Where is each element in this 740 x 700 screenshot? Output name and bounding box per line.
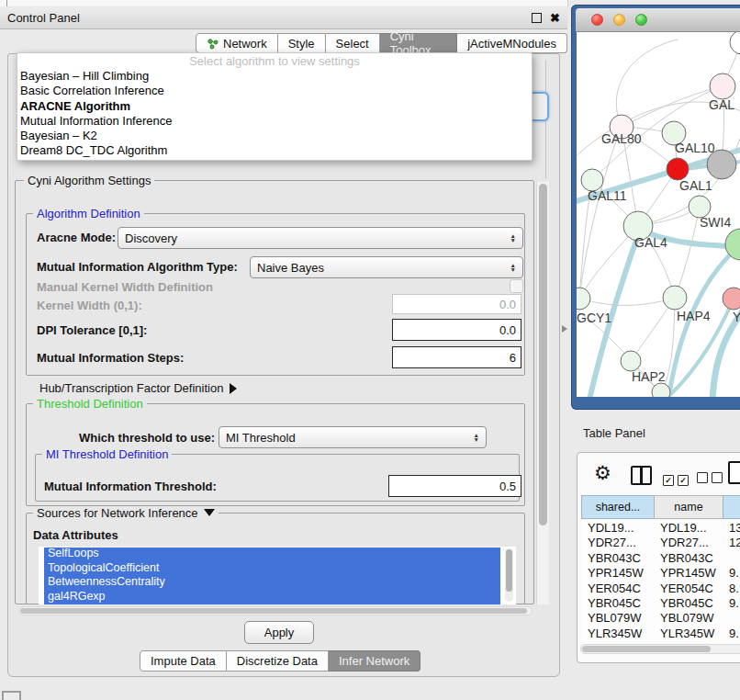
bottom-tab-infer-network[interactable]: Infer Network (329, 650, 420, 672)
table-header-row: shared...nameA (581, 495, 740, 519)
table-cell: YDL19... (654, 521, 723, 536)
table-cell: YBR045C (654, 596, 723, 611)
network-view-window[interactable]: GALGAL80GAL10GAL1GAL11SWI4GAL4GCY1HAP4YH… (571, 5, 740, 410)
data-attributes-list[interactable]: SelfLoopsTopologicalCoefficientBetweenne… (39, 547, 516, 604)
table-row[interactable]: YER054CYER054C8. (581, 581, 740, 596)
algorithm-option[interactable]: ARACNE Algorithm (17, 99, 532, 114)
aracne-mode-label: Aracne Mode: (37, 231, 116, 244)
attribute-list-item[interactable]: gal4RGexp (39, 590, 516, 604)
gear-icon[interactable]: ⚙ (594, 462, 611, 484)
algorithm-option[interactable]: Dream8 DC_TDC Algorithm (17, 143, 532, 158)
settings-horizontal-scrollbar[interactable] (18, 606, 533, 615)
hub-definition-toggle[interactable]: Hub/Transcription Factor Definition (39, 381, 237, 395)
tab-jactivemnodules[interactable]: jActiveMNodules (457, 33, 567, 53)
unchecked-checkboxes-icon[interactable] (697, 470, 726, 487)
network-node[interactable] (730, 32, 740, 54)
control-panel-window: Control Panel ✖ NetworkStyleSelectCyni T… (0, 7, 567, 693)
algorithm-option[interactable]: Bayesian – Hill Climbing (17, 69, 532, 84)
table-row[interactable]: YDL19...YDL19...13 (581, 521, 740, 536)
network-node[interactable] (652, 383, 670, 397)
zoom-traffic-light-icon[interactable] (635, 14, 647, 26)
table-row[interactable]: YDR27...YDR27...12 (581, 536, 740, 550)
float-window-icon[interactable] (532, 13, 542, 23)
column-header[interactable]: A (723, 495, 740, 519)
tab-cyni-toolbox[interactable]: Cyni Toolbox (380, 33, 457, 53)
network-window-titlebar (576, 8, 740, 32)
table-row[interactable]: YPR145WYPR145W9. (581, 566, 740, 581)
network-canvas[interactable]: GALGAL80GAL10GAL1GAL11SWI4GAL4GCY1HAP4YH… (577, 32, 740, 397)
table-panel: ⚙ ✓✓ shared...nameA YDL19...YDL19...13YD… (577, 452, 740, 663)
mi-steps-input[interactable]: 6 (392, 346, 521, 368)
bottom-tab-discretize-data[interactable]: Discretize Data (227, 650, 329, 672)
algorithm-option[interactable]: Basic Correlation Inference (17, 84, 532, 98)
attribute-list-item[interactable]: TopologicalCoefficient (39, 561, 516, 576)
table-cell: 9. (723, 566, 740, 581)
algorithm-option[interactable]: Bayesian – K2 (17, 129, 532, 143)
network-node-gcy1[interactable] (577, 288, 590, 310)
panel-splitter-collapse-icon[interactable] (562, 325, 567, 333)
table-cell (723, 551, 740, 566)
table-row[interactable]: YBL079WYBL079W (581, 611, 740, 626)
network-node-hap4[interactable] (663, 286, 687, 310)
table-cell: YBL079W (581, 611, 654, 626)
node-label: GAL11 (588, 188, 627, 203)
bottom-tab-bar: Impute DataDiscretize DataInfer Network (140, 650, 420, 672)
tab-label: Select (336, 37, 369, 51)
mi-threshold-input[interactable]: 0.5 (388, 475, 521, 497)
tab-style[interactable]: Style (278, 33, 326, 53)
tab-label: Network (223, 37, 267, 51)
network-node-y[interactable] (723, 288, 740, 310)
which-threshold-value: MI Threshold (226, 431, 296, 445)
close-icon[interactable]: ✖ (550, 14, 560, 23)
column-layout-icon[interactable] (631, 466, 652, 485)
tab-select[interactable]: Select (326, 33, 380, 53)
attributes-list-scrollbar[interactable] (505, 548, 513, 602)
mi-type-combo[interactable]: Naive Bayes ▲▼ (250, 256, 523, 278)
table-cell: YBL079W (654, 611, 723, 626)
node-label: GAL10 (675, 141, 715, 155)
node-label: GAL (709, 97, 734, 112)
bottom-left-panel-icon[interactable] (2, 691, 21, 700)
dpi-tolerance-input[interactable]: 0.0 (392, 319, 521, 341)
bottom-tab-impute-data[interactable]: Impute Data (140, 650, 227, 672)
data-attributes-label: Data Attributes (33, 528, 118, 542)
mi-threshold-label: Mutual Information Threshold: (44, 480, 217, 493)
which-threshold-combo[interactable]: MI Threshold ▲▼ (219, 426, 487, 448)
network-node-hap2[interactable] (621, 351, 641, 371)
kernel-width-input[interactable]: 0.0 (392, 294, 521, 314)
kernel-width-label: Kernel Width (0,1): (37, 299, 142, 312)
tab-network[interactable]: Network (196, 33, 278, 53)
document-icon[interactable] (728, 461, 740, 484)
threshold-definition-legend: Threshold Definition (33, 397, 147, 411)
combo-stepper-icon: ▲▼ (510, 233, 516, 243)
network-node-gal[interactable] (710, 73, 735, 99)
attribute-list-item[interactable]: BetweennessCentrality (39, 575, 516, 590)
table-row[interactable]: YLR345WYLR345W9. (581, 627, 740, 641)
settings-vertical-scrollbar[interactable] (536, 182, 549, 604)
algorithm-definition-legend: Algorithm Definition (33, 207, 144, 220)
network-node-gal1[interactable] (667, 158, 689, 180)
column-header[interactable]: shared... (581, 495, 654, 519)
table-horizontal-scrollbar[interactable] (580, 644, 740, 654)
manual-kernel-checkbox[interactable] (510, 279, 523, 293)
node-label: GAL4 (634, 235, 667, 250)
checked-checkboxes-icon[interactable]: ✓✓ (663, 470, 692, 487)
close-traffic-light-icon[interactable] (591, 14, 603, 26)
control-panel-title: Control Panel (7, 11, 80, 25)
aracne-mode-combo[interactable]: Discovery ▲▼ (118, 227, 523, 249)
minimize-traffic-light-icon[interactable] (613, 14, 625, 26)
table-cell (723, 611, 740, 626)
table-cell: YDR27... (654, 536, 723, 550)
column-header[interactable]: name (654, 495, 723, 519)
table-row[interactable]: YBR045CYBR045C9. (581, 596, 740, 611)
node-label: GAL1 (679, 178, 712, 193)
network-edge (579, 127, 622, 299)
attribute-list-item[interactable]: SelfLoops (39, 547, 516, 561)
apply-button[interactable]: Apply (244, 621, 314, 644)
combo-stepper-icon: ▲▼ (510, 263, 516, 273)
algorithm-option[interactable]: Mutual Information Inference (17, 114, 532, 129)
sources-legend[interactable]: Sources for Network Inference (33, 506, 219, 520)
node-label: HAP2 (632, 369, 666, 384)
table-row[interactable]: YBR043CYBR043C (581, 551, 740, 566)
node-label: SWI4 (700, 215, 731, 230)
